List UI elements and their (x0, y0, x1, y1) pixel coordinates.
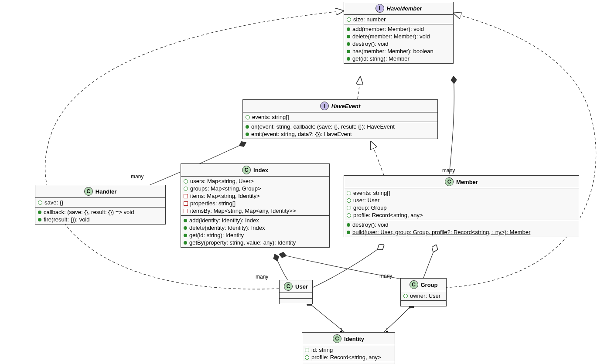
attributes-section: events: string[] (243, 112, 437, 122)
class-header: I HaveMember (344, 2, 453, 15)
class-badge: C (410, 280, 418, 289)
class-badge: C (445, 177, 454, 186)
multiplicity-label: many (442, 167, 455, 173)
operation-row: delete(member: Member): void (344, 33, 453, 40)
attributes-section: id: string profile: Record<string, any> (302, 345, 395, 362)
class-header: C Member (344, 176, 579, 188)
operation-row: emit(event: string, data?: {}): HaveEven… (243, 130, 437, 138)
attribute-row: id: string (302, 346, 395, 354)
attribute-row: items: Map<string, Identity> (181, 192, 329, 200)
operation-row: destroy(): void (344, 40, 453, 48)
attribute-row: properties: string[] (181, 200, 329, 207)
attributes-section: users: Map<string, User> groups: Map<str… (181, 177, 329, 216)
multiplicity-label: many (379, 273, 392, 279)
operation-row: callback: (save: {}, result: {}) => void (35, 208, 165, 216)
class-badge: C (242, 166, 251, 174)
attribute-row: users: Map<string, User> (181, 177, 329, 185)
class-identity: C Identity id: string profile: Record<st… (302, 332, 395, 364)
operation-row: getBy(property: string, value: any): Ide… (181, 239, 329, 246)
attributes-section: owner: User (401, 291, 446, 301)
attribute-row: itemsBy: Map<string, Map<any, Identity>> (181, 207, 329, 214)
attribute-row: size: number (344, 16, 453, 23)
class-name: HaveEvent (331, 103, 360, 109)
class-badge: C (333, 334, 341, 343)
operations-section: add(member: Member): void delete(member:… (344, 24, 453, 63)
attribute-row: owner: User (401, 292, 446, 299)
class-name: Index (253, 167, 268, 173)
class-badge: C (284, 282, 293, 291)
operation-row: add(identity: Identity): Index (181, 217, 329, 224)
operation-row: build(user: User, group: Group, profile?… (344, 228, 579, 236)
operations-section: on(event: string, callback: (save: {}, r… (243, 122, 437, 139)
attributes-section: size: number (344, 15, 453, 24)
operation-row: fire(result: {}): void (35, 216, 165, 223)
class-header: C Identity (302, 333, 395, 345)
operations-section: destroy(): void build(user: User, group:… (344, 220, 579, 237)
attributes-section: save: {} (35, 198, 165, 208)
operations-section: callback: (save: {}, result: {}) => void… (35, 208, 165, 224)
class-havemember: I HaveMember size: number add(member: Me… (344, 2, 454, 64)
class-name: Handler (96, 188, 116, 195)
class-name: HaveMember (387, 5, 422, 12)
operation-row: on(event: string, callback: (save: {}, r… (243, 123, 437, 130)
class-header: C Handler (35, 185, 165, 198)
attribute-row: profile: Record<string, any> (344, 211, 579, 219)
class-handler: C Handler save: {} callback: (save: {}, … (35, 185, 166, 225)
operation-row: get(id: string): Member (344, 55, 453, 62)
operations-section: add(identity: Identity): Index delete(id… (181, 216, 329, 247)
class-index: C Index users: Map<string, User> groups:… (181, 163, 330, 248)
interface-badge: I (375, 4, 384, 13)
class-name: Member (456, 179, 478, 185)
class-header: I HaveEvent (243, 100, 437, 112)
multiplicity-label: 1 (340, 327, 343, 333)
attribute-row: group: Group (344, 204, 579, 211)
class-header: C Index (181, 164, 329, 177)
multiplicity-label: 1 (386, 327, 389, 333)
operations-section (280, 299, 312, 304)
attribute-row: profile: Record<string, any> (302, 354, 395, 361)
class-name: Group (421, 282, 438, 288)
attribute-row: save: {} (35, 199, 165, 206)
interface-badge: I (320, 102, 329, 110)
attribute-row: user: User (344, 197, 579, 204)
operation-row: add(member: Member): void (344, 25, 453, 33)
class-haveevent: I HaveEvent events: string[] on(event: s… (242, 99, 438, 139)
attribute-row: groups: Map<string, Group> (181, 185, 329, 192)
class-member: C Member events: string[] user: User gro… (344, 175, 579, 237)
class-user: C User (279, 280, 313, 304)
class-header: C User (280, 280, 312, 293)
multiplicity-label: many (256, 274, 268, 280)
operation-row: delete(identity: Identity): Index (181, 224, 329, 231)
operation-row: destroy(): void (344, 221, 579, 228)
class-name: User (295, 283, 308, 290)
class-header: C Group (401, 279, 446, 291)
class-group: C Group owner: User (400, 278, 447, 306)
attributes-section: events: string[] user: User group: Group… (344, 188, 579, 220)
operation-row: get(id: string): Identity (181, 231, 329, 239)
attribute-row: events: string[] (243, 113, 437, 121)
operation-row: has(member: Member): boolean (344, 48, 453, 55)
class-name: Identity (344, 336, 364, 342)
operations-section (401, 301, 446, 306)
operations-section (302, 362, 395, 364)
attributes-section (280, 293, 312, 299)
class-badge: C (84, 187, 93, 196)
attribute-row: events: string[] (344, 189, 579, 197)
multiplicity-label: many (131, 173, 143, 180)
